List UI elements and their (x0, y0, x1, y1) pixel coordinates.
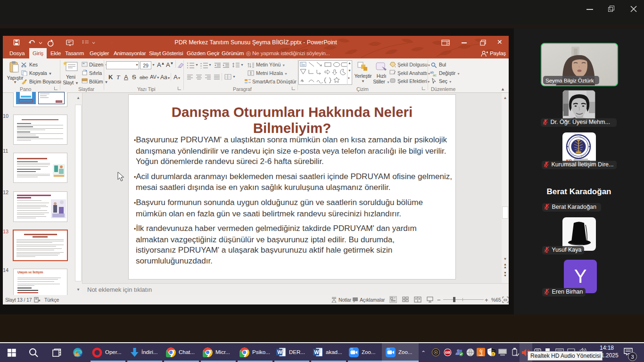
svg-text:W: W (314, 349, 319, 355)
svg-text:NDA: NDA (446, 351, 450, 354)
svg-text:zm: zm (350, 348, 353, 350)
svg-text:ac: ac (433, 73, 437, 76)
svg-text:!: ! (493, 353, 494, 356)
svg-text:W: W (277, 349, 282, 355)
svg-text:zm: zm (387, 348, 390, 350)
